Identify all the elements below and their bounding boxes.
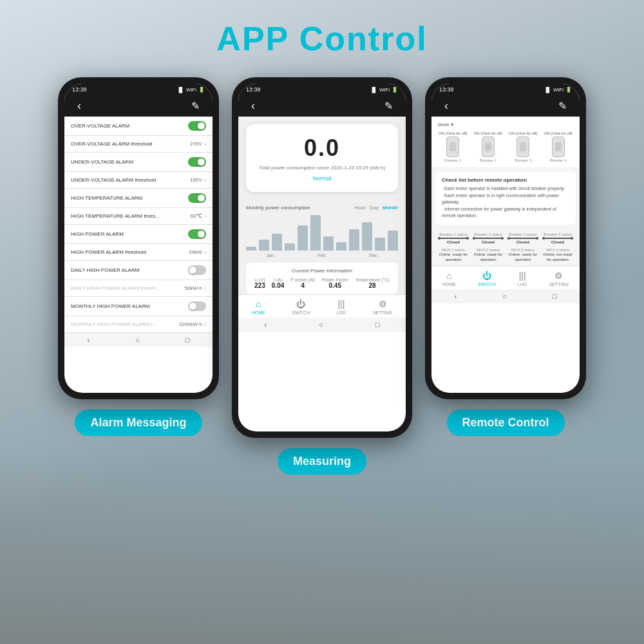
alarm-toggle-8[interactable] — [188, 265, 206, 275]
alarm-value-11: 1000kW·h — [179, 321, 202, 327]
gesture-circle[interactable]: ○ — [135, 336, 140, 344]
bar-3 — [285, 243, 295, 251]
alarm-chevron-1: › — [204, 140, 206, 147]
alarm-item-8[interactable]: DAILY HIGH POWER ALARM — [64, 261, 213, 280]
right-nav-label-3: SETTING — [549, 282, 569, 287]
breaker-num-3: Breaker 4 — [550, 158, 567, 162]
alarm-item-right-8 — [188, 265, 206, 275]
breaker-top-1: ON (Click for off) — [473, 131, 502, 135]
breaker-switch-0[interactable] — [446, 137, 459, 157]
center-gesture-square[interactable]: □ — [375, 321, 380, 328]
right-gesture-circle[interactable]: ○ — [502, 292, 507, 300]
left-edit-icon[interactable]: ✎ — [191, 100, 200, 112]
alarm-toggle-10[interactable] — [188, 301, 206, 311]
current-header-0: U (V) — [254, 278, 265, 282]
current-header-4: Temperature (°C) — [355, 278, 390, 282]
breaker-btn-0[interactable]: ON (Click for off) Breaker 1 — [439, 131, 468, 162]
center-edit-icon[interactable]: ✎ — [384, 100, 393, 112]
breaker-num-0: Breaker 1 — [444, 158, 461, 162]
alarm-item-right-2 — [188, 157, 206, 167]
breaker-status-label-0: Breaker 1 status — [438, 232, 469, 236]
current-value-0: 223 — [254, 282, 265, 289]
current-cell-0: U (V)223 — [254, 278, 265, 289]
checklist-items: · Each motor operator is installed with … — [442, 185, 569, 220]
alarm-toggle-2[interactable] — [188, 157, 206, 167]
alarm-item-2[interactable]: UNDER-VOLTAGE ALARM — [64, 153, 213, 172]
right-nav-icon-1: ⏻ — [482, 270, 491, 281]
tab-day[interactable]: Day — [370, 205, 379, 211]
alarm-item-5[interactable]: HIGH TEMPERATURE ALARM thres...60℃› — [64, 208, 213, 225]
right-nav-tab-home[interactable]: ⌂HOME — [442, 270, 456, 287]
alarm-toggle-0[interactable] — [188, 121, 206, 131]
alarm-toggle-6[interactable] — [188, 229, 206, 239]
breaker-inner-0 — [450, 142, 456, 151]
alarm-item-10[interactable]: MONTHLY HIGH POWER ALARM — [64, 297, 213, 316]
alarm-item-right-1: 270V› — [190, 140, 206, 147]
breaker-status-label-2: Breaker 3 status — [507, 232, 538, 236]
center-gesture-back[interactable]: ‹ — [265, 321, 267, 328]
tab-hour[interactable]: Hour — [354, 205, 365, 211]
breaker-top-0: ON (Click for off) — [439, 131, 468, 135]
alarm-value-3: 165V — [190, 177, 202, 183]
alarm-item-0[interactable]: OVER-VOLTAGE ALARM — [64, 117, 213, 136]
current-value-4: 28 — [355, 282, 390, 289]
alarm-item-6[interactable]: HIGH POWER ALARM — [64, 225, 213, 244]
alarm-chevron-7: › — [204, 249, 206, 256]
current-cell-4: Temperature (°C)28 — [355, 278, 390, 289]
alarm-item-7[interactable]: HIGH POWER ALARM threshold20kW› — [64, 244, 213, 261]
bar-label-feb: Feb. — [298, 253, 346, 258]
current-header-1: I (A) — [272, 278, 284, 282]
right-nav-tab-switch[interactable]: ⏻SWITCH — [478, 270, 496, 287]
left-time: 13:38 — [72, 86, 87, 93]
breaker-btn-1[interactable]: ON (Click for off) Breaker 2 — [473, 131, 502, 162]
tab-month[interactable]: Month — [383, 205, 398, 211]
center-gesture-circle[interactable]: ○ — [319, 321, 323, 328]
right-nav-tab-log[interactable]: |||LOG — [518, 270, 527, 287]
bar-1 — [259, 240, 269, 251]
left-back-icon[interactable]: ‹ — [77, 99, 81, 113]
breaker-btn-3[interactable]: ON (Click for off) Breaker 4 — [544, 131, 573, 162]
bar-9 — [362, 222, 372, 251]
bar-labels: Jan. Feb. Mar. — [246, 253, 398, 258]
right-gesture-square[interactable]: □ — [553, 292, 557, 300]
alarm-item-4[interactable]: HIGH TEMPERATURE ALARM — [64, 189, 213, 208]
gesture-back[interactable]: ‹ — [88, 336, 90, 344]
gesture-square[interactable]: □ — [185, 336, 190, 344]
breaker-switch-3[interactable] — [552, 137, 565, 157]
checklist-title: Check list before remote operation — [442, 177, 569, 183]
alarm-item-text-7: HIGH POWER ALARM threshold — [71, 249, 189, 255]
left-status-icons: ▐▌ WiFi 🔋 — [177, 87, 205, 93]
bar-2 — [272, 234, 282, 251]
breaker-btn-2[interactable]: ON (Click for off) Breaker 3 — [509, 131, 538, 162]
moa-cell-3: MOA 4 status Online, not ready for opera… — [542, 248, 573, 263]
right-status-icons: ▐▌ WiFi 🔋 — [544, 87, 572, 93]
moa-label-1: MOA 2 status — [473, 248, 504, 252]
breaker-status-value-3: Closed — [542, 240, 573, 244]
center-nav-tab-switch[interactable]: ⏻SWITCH — [292, 299, 310, 315]
alarm-item-right-4 — [188, 193, 206, 203]
alarm-toggle-4[interactable] — [188, 193, 206, 203]
center-back-icon[interactable]: ‹ — [251, 99, 255, 113]
right-gesture-back[interactable]: ‹ — [455, 292, 457, 300]
breaker-status-cell-0: Breaker 1 status Closed — [438, 232, 469, 244]
current-header-3: Power Factor — [321, 278, 348, 282]
breaker-inner-3 — [555, 142, 562, 151]
right-back-icon[interactable]: ‹ — [444, 99, 448, 113]
right-nav-tab-setting[interactable]: ⚙SETTING — [549, 270, 569, 287]
center-nav-icon-0: ⌂ — [256, 299, 261, 309]
breaker-switch-2[interactable] — [516, 137, 529, 157]
center-nav-tab-home[interactable]: ⌂HOME — [252, 299, 265, 315]
center-nav-tab-setting[interactable]: ⚙SETTING — [373, 299, 392, 315]
breaker-switch-1[interactable] — [482, 137, 495, 157]
alarm-item-1[interactable]: OVER-VOLTAGE ALARM threshold270V› — [64, 136, 213, 153]
right-edit-icon[interactable]: ✎ — [558, 100, 567, 112]
center-nav-tab-log[interactable]: |||LOG — [337, 299, 346, 315]
chart-header: Monthly power consumption Hour Day Month — [246, 205, 398, 211]
alarm-item-3[interactable]: UNDER-VOLTAGE ALARM threshold165V› — [64, 172, 213, 189]
center-nav-icon-2: ||| — [337, 299, 345, 309]
breaker-status-line-3 — [542, 238, 573, 239]
alarm-item-text-0: OVER-VOLTAGE ALARM — [71, 123, 188, 129]
alarm-item-11[interactable]: MONTHLY HIGH POWER ALARM t...1000kW·h› — [64, 316, 213, 333]
alarm-item-9[interactable]: DAILY HIGH POWER ALARM thresh...50kW·h› — [64, 280, 213, 297]
center-bottom-nav: ⌂HOME⏻SWITCH|||LOG⚙SETTING — [238, 294, 406, 317]
